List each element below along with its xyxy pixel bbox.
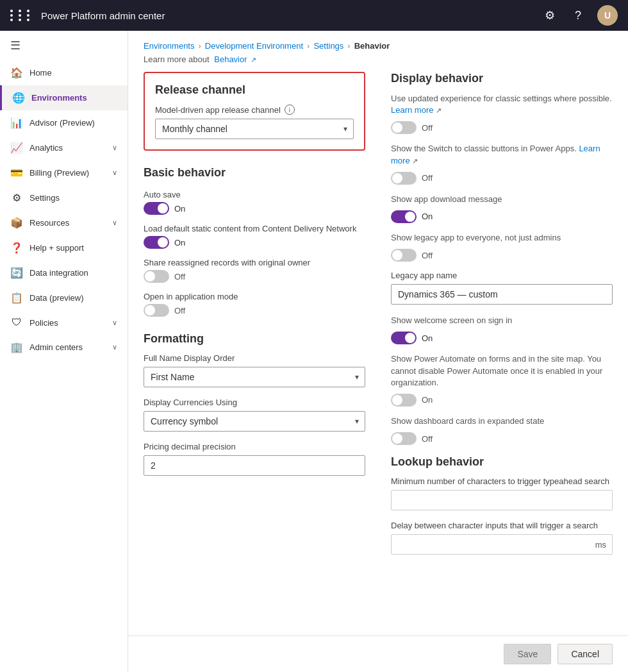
open-app-mode-state: Off	[174, 306, 185, 315]
settings-icon[interactable]: ⚙	[541, 6, 559, 24]
release-channel-field-label: Model-driven app release channel i	[155, 105, 354, 115]
currencies-group: Display Currencies Using Currency symbol…	[144, 398, 365, 432]
sidebar-item-settings[interactable]: ⚙ Settings	[0, 185, 128, 210]
dashboard-cards-state: Off	[422, 434, 433, 444]
full-name-select[interactable]: First Name Last Name First	[144, 367, 365, 387]
breadcrumb-settings[interactable]: Settings	[313, 41, 343, 51]
lookup-behavior-section: Lookup behavior Minimum number of charac…	[391, 455, 613, 555]
sidebar-label-settings: Settings	[29, 193, 117, 203]
basic-behavior-section: Basic behavior Auto save On Load default…	[144, 166, 365, 317]
sidebar-label-resources: Resources	[29, 218, 106, 228]
share-records-toggle[interactable]	[144, 270, 169, 283]
delay-label: Delay between character inputs that will…	[391, 521, 613, 530]
auto-save-toggle[interactable]	[144, 202, 169, 215]
app-title: Power Platform admin center	[41, 10, 533, 21]
sidebar-toggle[interactable]: ☰	[0, 31, 128, 60]
sidebar-label-billing: Billing (Preview)	[29, 168, 106, 178]
advisor-icon: 📊	[10, 117, 23, 129]
sidebar-label-help: Help + support	[29, 243, 117, 253]
learn-more-link[interactable]: Behavior	[214, 55, 247, 64]
load-cdn-row: Load default static content from Content…	[144, 224, 365, 249]
cancel-button[interactable]: Cancel	[558, 644, 613, 664]
learn-more-prefix: Learn more about	[144, 55, 210, 64]
sidebar-item-home[interactable]: 🏠 Home	[0, 60, 128, 85]
sidebar-label-data-integration: Data integration	[29, 268, 117, 278]
load-cdn-state: On	[174, 238, 185, 248]
sidebar-item-resources[interactable]: 📦 Resources ∨	[0, 210, 128, 235]
data-preview-icon: 📋	[10, 292, 23, 304]
power-automate-desc: Show Power Automate on forms and in the …	[391, 353, 613, 389]
auto-save-label: Auto save	[144, 190, 365, 199]
currencies-select-wrapper: Currency symbol Currency code Currency n…	[144, 411, 365, 432]
home-icon: 🏠	[10, 67, 23, 79]
legacy-name-input[interactable]	[391, 284, 613, 305]
sidebar-item-help[interactable]: ❓ Help + support	[0, 235, 128, 260]
main-layout: ☰ 🏠 Home 🌐 Environments 📊 Advisor (Previ…	[0, 31, 628, 672]
sidebar-item-admin-centers[interactable]: 🏢 Admin centers ∨	[0, 335, 128, 360]
delay-input-wrapper: ms	[391, 534, 613, 555]
pricing-group: Pricing decimal precision	[144, 442, 365, 476]
sidebar-item-advisor[interactable]: 📊 Advisor (Preview)	[0, 110, 128, 135]
sidebar-label-environments: Environments	[31, 93, 117, 103]
pricing-label: Pricing decimal precision	[144, 442, 365, 451]
min-chars-group: Minimum number of characters to trigger …	[391, 476, 613, 510]
ms-suffix-label: ms	[595, 540, 606, 550]
open-app-mode-label: Open in application mode	[144, 292, 365, 301]
sidebar-item-analytics[interactable]: 📈 Analytics ∨	[0, 135, 128, 160]
release-channel-select[interactable]: Monthly channel Semi-annual channel Firs…	[155, 119, 354, 139]
billing-icon: 💳	[10, 167, 23, 179]
load-cdn-toggle[interactable]	[144, 236, 169, 249]
sidebar-item-environments[interactable]: 🌐 Environments	[0, 85, 128, 110]
dashboard-cards-row: Show dashboard cards in expanded state O…	[391, 416, 613, 445]
classic-settings-learn-more[interactable]: Learn more	[391, 105, 433, 115]
release-channel-title: Release channel	[155, 83, 354, 97]
welcome-screen-toggle[interactable]	[391, 332, 417, 344]
display-behavior-title: Display behavior	[391, 72, 613, 85]
release-channel-info-icon[interactable]: i	[285, 105, 295, 115]
sidebar-settings-icon: ⚙	[10, 192, 23, 204]
data-integration-icon: 🔄	[10, 267, 23, 279]
classic-settings-desc: Use updated experience for classic setti…	[391, 93, 613, 116]
open-app-mode-toggle[interactable]	[144, 304, 169, 317]
sidebar-item-policies[interactable]: 🛡 Policies ∨	[0, 310, 128, 335]
avatar[interactable]: U	[597, 5, 618, 26]
power-automate-row: Show Power Automate on forms and in the …	[391, 353, 613, 407]
sidebar-item-billing[interactable]: 💳 Billing (Preview) ∨	[0, 160, 128, 185]
save-button[interactable]: Save	[504, 644, 551, 664]
settings-right: Display behavior Use updated experience …	[386, 72, 613, 620]
switch-classic-toggle[interactable]	[391, 172, 417, 185]
sidebar-item-data-preview[interactable]: 📋 Data (preview)	[0, 285, 128, 310]
dashboard-cards-desc: Show dashboard cards in expanded state	[391, 416, 613, 427]
sidebar-label-advisor: Advisor (Preview)	[29, 118, 117, 128]
switch-classic-learn-more[interactable]: Learn more	[391, 144, 600, 165]
classic-settings-toggle[interactable]	[391, 121, 417, 134]
sidebar-label-analytics: Analytics	[29, 143, 106, 153]
legacy-everyone-desc: Show legacy app to everyone, not just ad…	[391, 232, 613, 244]
app-download-toggle[interactable]	[391, 210, 417, 223]
sidebar-label-admin-centers: Admin centers	[29, 342, 106, 352]
switch-classic-ext-icon: ↗	[412, 157, 418, 165]
power-automate-toggle	[391, 394, 417, 407]
breadcrumb-environments[interactable]: Environments	[144, 41, 194, 51]
open-app-mode-row: Open in application mode Off	[144, 292, 365, 317]
display-behavior-section: Display behavior Use updated experience …	[391, 72, 613, 445]
breadcrumb-dev-env[interactable]: Development Environment	[205, 41, 303, 51]
min-chars-input[interactable]	[391, 490, 613, 510]
help-icon[interactable]: ?	[569, 6, 587, 24]
admin-centers-icon: 🏢	[10, 341, 23, 353]
sidebar-item-data-integration[interactable]: 🔄 Data integration	[0, 260, 128, 285]
dashboard-cards-toggle[interactable]	[391, 432, 417, 445]
welcome-screen-desc: Show welcome screen on sign in	[391, 315, 613, 326]
sidebar: ☰ 🏠 Home 🌐 Environments 📊 Advisor (Previ…	[0, 31, 128, 672]
legacy-name-label: Legacy app name	[391, 271, 613, 280]
currencies-label: Display Currencies Using	[144, 398, 365, 407]
pricing-input[interactable]	[144, 455, 365, 476]
legacy-everyone-toggle[interactable]	[391, 249, 417, 262]
help-support-icon: ❓	[10, 242, 23, 254]
auto-save-state: On	[174, 204, 185, 214]
policies-icon: 🛡	[10, 317, 23, 328]
release-channel-select-wrapper: Monthly channel Semi-annual channel Firs…	[155, 119, 354, 139]
delay-input[interactable]	[391, 534, 613, 555]
app-grid-icon[interactable]	[10, 10, 33, 21]
currencies-select[interactable]: Currency symbol Currency code Currency n…	[144, 411, 365, 432]
